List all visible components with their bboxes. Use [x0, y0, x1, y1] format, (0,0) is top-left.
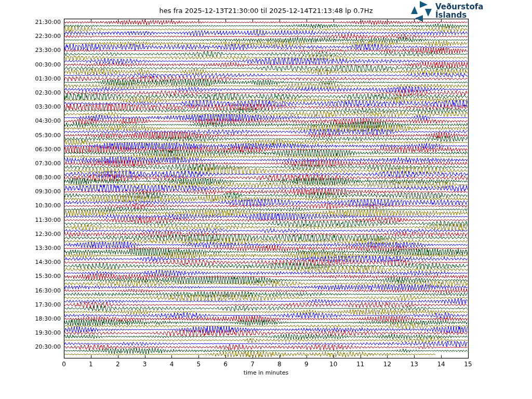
y-axis-label: 16:30:00 [0, 288, 61, 294]
y-axis-label: 09:30:00 [0, 189, 61, 195]
y-axis-label: 04:30:00 [0, 118, 61, 124]
x-axis-tick-label: 11 [348, 361, 374, 368]
y-axis-label: 08:30:00 [0, 175, 61, 181]
logo-line1: Veðurstofa [435, 3, 483, 11]
y-axis-label: 05:30:00 [0, 132, 61, 139]
x-axis-tick-label: 7 [240, 361, 265, 368]
x-axis-tick-label: 15 [455, 361, 481, 368]
x-axis-tick-label: 13 [401, 361, 427, 368]
x-axis-tick-label: 14 [428, 361, 454, 368]
x-axis-tick-label: 6 [212, 361, 238, 368]
vedurstofa-logo: Veðurstofa Íslands [410, 1, 483, 22]
y-axis-label: 00:30:00 [0, 62, 61, 68]
y-axis-label: 13:30:00 [0, 245, 61, 251]
y-axis-label: 22:30:00 [0, 33, 61, 39]
x-axis-tick-label: 0 [51, 361, 77, 368]
y-axis-label: 19:30:00 [0, 330, 61, 336]
y-axis-label: 11:30:00 [0, 217, 61, 223]
x-axis-tick-label: 3 [132, 361, 158, 368]
y-axis-label: 15:30:00 [0, 273, 61, 280]
x-axis-tick-label: 8 [267, 361, 292, 368]
y-axis-label: 23:30:00 [0, 47, 61, 54]
helicorder-page: hes fra 2025-12-13T21:30:00 til 2025-12-… [0, 0, 532, 399]
pinwheel-logo-icon [410, 1, 433, 22]
x-axis-tick-label: 10 [321, 361, 347, 368]
x-axis-tick-label: 12 [374, 361, 400, 368]
y-axis-label: 01:30:00 [0, 76, 61, 82]
y-axis-label: 18:30:00 [0, 316, 61, 322]
x-axis-tick-label: 4 [158, 361, 184, 368]
x-axis-tick-label: 2 [105, 361, 131, 368]
x-axis-tick-label: 1 [78, 361, 104, 368]
y-axis-label: 12:30:00 [0, 231, 61, 237]
y-axis-label: 17:30:00 [0, 302, 61, 308]
y-axis-label: 14:30:00 [0, 259, 61, 265]
y-axis-label: 10:30:00 [0, 203, 61, 209]
logo-line2: Íslands [435, 11, 483, 19]
x-axis-tick-label: 9 [294, 361, 320, 368]
y-axis-label: 21:30:00 [0, 19, 61, 25]
x-axis-title: time in minutes [64, 369, 468, 376]
y-axis-label: 06:30:00 [0, 147, 61, 153]
seismogram-canvas [0, 0, 532, 399]
y-axis-label: 02:30:00 [0, 90, 61, 96]
y-axis-label: 07:30:00 [0, 161, 61, 167]
y-axis-label: 03:30:00 [0, 104, 61, 110]
x-axis-tick-label: 5 [185, 361, 211, 368]
y-axis-label: 20:30:00 [0, 344, 61, 350]
